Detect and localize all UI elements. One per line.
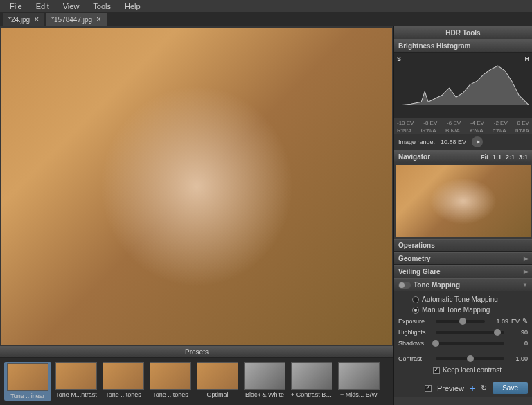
navigator-title: Navigator Fit 1:1 2:1 3:1	[394, 150, 532, 163]
zoom-fit[interactable]: Fit	[481, 154, 488, 161]
menu-edit[interactable]: Edit	[29, 2, 56, 10]
preset-item[interactable]: Tone ...tones	[101, 362, 145, 401]
preset-label: Tone M...ntrast	[55, 391, 97, 398]
contrast-value: 1.00	[507, 355, 528, 362]
preset-item[interactable]: Tone M...ntrast	[54, 362, 98, 401]
histo-s-label: S	[397, 55, 401, 62]
highlights-slider[interactable]	[436, 331, 504, 334]
zoom-3-1[interactable]: 3:1	[519, 154, 528, 161]
preset-thumb	[103, 362, 144, 390]
shadows-label: Shadows	[398, 340, 433, 347]
chevron-right-icon: ▶	[524, 269, 528, 275]
exposure-slider[interactable]	[436, 320, 485, 323]
preset-label: + Contrast B/W	[291, 391, 332, 398]
image-tab[interactable]: *24.jpg ×	[3, 13, 44, 26]
keep-local-contrast-checkbox[interactable]	[433, 367, 440, 374]
presets-strip: Tone ...inear Tone M...ntrast Tone ...to…	[0, 358, 393, 405]
preset-label: Tone ...tones	[103, 391, 144, 398]
preset-item[interactable]: Black & White	[242, 362, 287, 401]
rgb-readout: R:N/AG:N/AB:N/AY:N/Ac:N/Ah:N/A	[394, 127, 532, 134]
tone-mapping-panel: Automatic Tone Mapping Manual Tone Mappi…	[394, 291, 532, 379]
chevron-right-icon: ▶	[524, 255, 528, 262]
chevron-down-icon: ▼	[522, 282, 528, 288]
histo-h-label: H	[525, 55, 530, 62]
preset-label: + Mids... B/W	[338, 391, 380, 398]
menu-tools[interactable]: Tools	[86, 2, 118, 10]
keep-local-label: Keep local contrast	[443, 366, 502, 374]
preset-label: Tone ...tones	[150, 391, 191, 398]
histogram-title: Brightness Histogram	[394, 39, 532, 53]
tab-bar: *24.jpg × *1578447.jpg ×	[0, 12, 532, 26]
play-button[interactable]	[472, 136, 483, 147]
veiling-header[interactable]: Veiling Glare▶	[394, 265, 532, 278]
refresh-icon[interactable]: ↻	[481, 384, 487, 393]
ev-axis: -10 EV-8 EV-6 EV-4 EV-2 EV0 EV	[394, 118, 532, 127]
preview-checkbox[interactable]	[425, 385, 432, 392]
manual-tone-label: Manual Tone Mapping	[422, 306, 490, 314]
tab-label: *24.jpg	[8, 16, 30, 24]
preset-label: Optimal	[197, 391, 238, 398]
manual-tone-radio[interactable]	[412, 307, 419, 314]
preset-thumb	[55, 362, 97, 390]
shadows-value: 0	[507, 340, 528, 347]
menu-file[interactable]: File	[3, 2, 29, 10]
highlights-value: 90	[507, 329, 528, 336]
footer: Preview + ↻ Save	[394, 379, 532, 397]
auto-tone-radio[interactable]	[412, 296, 419, 303]
preset-item[interactable]: Tone ...inear	[4, 362, 51, 401]
save-button[interactable]: Save	[493, 382, 528, 394]
zoom-2-1[interactable]: 2:1	[506, 154, 515, 161]
contrast-label: Contrast	[398, 355, 433, 362]
hdr-tools-title: HDR Tools	[394, 26, 532, 39]
tone-mapping-header[interactable]: Tone Mapping ▼	[394, 278, 532, 291]
preset-thumb	[291, 362, 332, 390]
menu-help[interactable]: Help	[118, 2, 148, 10]
image-tab[interactable]: *1578447.jpg ×	[46, 13, 107, 26]
close-icon[interactable]: ×	[34, 15, 39, 24]
menubar: File Edit View Tools Help	[0, 0, 532, 12]
histogram-graph[interactable]	[397, 64, 529, 105]
preset-thumb	[244, 362, 285, 390]
presets-title: Presets	[0, 346, 393, 358]
contrast-slider[interactable]	[436, 357, 504, 360]
image-range: Image range: 10.88 EV	[394, 134, 532, 150]
preset-item[interactable]: Optimal	[195, 362, 240, 401]
close-icon[interactable]: ×	[96, 15, 101, 24]
preset-item[interactable]: Tone ...tones	[148, 362, 193, 401]
operations-header[interactable]: Operations	[394, 239, 532, 252]
shadows-slider[interactable]	[436, 342, 504, 345]
auto-tone-label: Automatic Tone Mapping	[422, 296, 498, 303]
preset-thumb	[197, 362, 238, 390]
navigator-preview[interactable]	[396, 165, 531, 237]
preset-thumb	[150, 362, 191, 390]
image-canvas[interactable]	[1, 28, 392, 345]
highlights-label: Highlights	[398, 329, 433, 336]
geometry-header[interactable]: Geometry▶	[394, 252, 532, 265]
zoom-1-1[interactable]: 1:1	[493, 154, 502, 161]
histogram: S H	[394, 53, 532, 118]
preset-item[interactable]: + Mids... B/W	[337, 362, 381, 401]
preset-label: Tone ...inear	[7, 393, 48, 399]
exposure-label: Exposure	[398, 318, 433, 325]
add-icon[interactable]: +	[470, 383, 475, 394]
exposure-value: 1.09	[488, 318, 508, 325]
preview-label: Preview	[437, 384, 464, 393]
preset-thumb	[7, 363, 48, 391]
menu-view[interactable]: View	[56, 2, 87, 10]
preset-label: Black & White	[244, 391, 285, 398]
image-range-value: 10.88 EV	[441, 138, 466, 145]
preset-item[interactable]: + Contrast B/W	[290, 362, 334, 401]
eyedropper-icon[interactable]: ✎	[522, 317, 528, 325]
tab-label: *1578447.jpg	[51, 16, 92, 24]
presets-panel: Presets Tone ...inear Tone M...ntrast To…	[0, 346, 393, 405]
right-panel: HDR Tools Brightness Histogram S H -10 E…	[393, 26, 532, 405]
tone-mapping-toggle[interactable]	[398, 282, 411, 289]
preset-thumb	[338, 362, 380, 390]
